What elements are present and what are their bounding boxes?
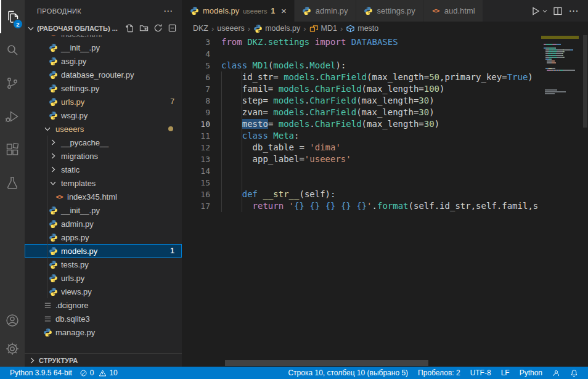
tree-item-views-py[interactable]: views.py <box>25 285 182 298</box>
new-file-icon[interactable] <box>125 23 134 34</box>
breadcrumb-item-mesto[interactable]: mesto <box>346 24 378 33</box>
code-line-3[interactable]: 3from DKZ.settings import DATABASES <box>182 36 541 48</box>
line-number: 14 <box>182 165 210 177</box>
status-feedback[interactable] <box>549 367 564 379</box>
code-line-13[interactable]: 13 app_label='useeers' <box>182 153 541 165</box>
code-line-8[interactable]: 8 step= models.CharField(max_length=30) <box>182 95 541 107</box>
breadcrumb-item-useeers[interactable]: useeers <box>217 24 244 33</box>
tree-item-init-py[interactable]: __init__.py <box>25 203 182 217</box>
tree-item-migrations[interactable]: migrations <box>25 149 182 163</box>
tree-item-label: manage.py <box>55 328 95 337</box>
editor[interactable]: 3from DKZ.settings import DATABASES45cla… <box>182 35 588 367</box>
tree-item-db-sqlite3[interactable]: db.sqlite3 <box>25 312 182 325</box>
run-file-icon[interactable] <box>529 4 542 18</box>
activity-item-source-control[interactable] <box>0 67 25 100</box>
refresh-icon[interactable] <box>153 23 163 34</box>
code-line-7[interactable]: 7 famil= models.CharField(max_length=100… <box>182 83 541 95</box>
tree-item-tests-py[interactable]: tests.py <box>25 258 182 271</box>
breadcrumb-label: useeers <box>217 24 244 33</box>
account-icon <box>5 313 20 328</box>
code-line-17[interactable]: 17 return '{} {} {} {} {}'.format(self.i… <box>182 200 541 212</box>
tree-item-admin-py[interactable]: admin.py <box>25 217 182 230</box>
breadcrumb-item-md1[interactable]: MD1 <box>309 24 337 33</box>
tree-item-static[interactable]: static <box>25 163 182 176</box>
tree-item-urls-py[interactable]: urls.py7 <box>25 95 182 108</box>
code-line-12[interactable]: 12 db_table = 'dima' <box>182 142 541 153</box>
activity-item-extensions[interactable] <box>0 133 25 166</box>
status-notifications[interactable] <box>566 367 582 379</box>
tree-item-models-py[interactable]: models.py1 <box>25 244 182 258</box>
tab-settings-py[interactable]: settings.py <box>356 0 423 22</box>
tree-item-index345-html[interactable]: <>index345.html <box>25 190 182 203</box>
tree-item-settings-py[interactable]: settings.py <box>25 81 182 95</box>
tree-item-pycache[interactable]: __pycache__ <box>25 136 182 149</box>
code-line-14[interactable]: 14 <box>182 165 541 177</box>
code-line-16[interactable]: 16 def __str__(self): <box>182 189 541 200</box>
run-dropdown-icon[interactable] <box>541 4 549 18</box>
code-line-11[interactable]: 11 class Meta: <box>182 130 541 142</box>
tree-item-init-py[interactable]: __init__.py <box>25 41 182 54</box>
tree-item-wsgi-py[interactable]: wsgi.py <box>25 108 182 122</box>
tree-item-useeers[interactable]: useeers <box>25 122 182 136</box>
tree-item-database-roouter-py[interactable]: database_roouter.py <box>25 68 182 81</box>
activity-item-testing[interactable] <box>0 166 25 200</box>
activity-item-accounts[interactable] <box>0 306 25 335</box>
tree-item-label: index2.html <box>61 35 102 39</box>
tree-item-asgi-py[interactable]: asgi.py <box>25 54 182 68</box>
activity-item-run-debug[interactable] <box>0 100 25 133</box>
file-tree: <>index2.html__init__.pyasgi.pydatabase_… <box>25 35 182 353</box>
status-cursor-position[interactable]: Строка 10, столбец 10 (выбрано 5) <box>284 367 412 379</box>
status-python-interpreter[interactable]: Python 3.9.5 64-bit <box>6 367 76 379</box>
code-line-15[interactable]: 15 <box>182 177 541 189</box>
tab-aud-html[interactable]: <>aud.html <box>423 0 483 22</box>
activity-item-explorer[interactable]: 2 <box>0 0 25 33</box>
code-line-5[interactable]: 5class MD1(models.Model): <box>182 60 541 71</box>
minimap-line <box>547 60 555 62</box>
tab-description: useeers <box>243 7 267 15</box>
python-file-icon <box>48 287 58 296</box>
status-language-mode[interactable]: Python <box>516 367 546 379</box>
workspace-section-header[interactable]: (РАБОЧАЯ ОБЛАСТЬ) ... <box>25 22 182 35</box>
breadcrumb-item-dkz[interactable]: DKZ <box>193 24 208 33</box>
tree-item-templates[interactable]: templates <box>25 176 182 190</box>
line-text: zvan= models.CharField(max_length=30) <box>210 107 435 118</box>
close-icon[interactable]: × <box>281 6 287 15</box>
horizontal-scrollbar[interactable] <box>225 360 428 366</box>
tree-item-dcignore[interactable]: .dcignore <box>25 298 182 312</box>
collapse-all-icon[interactable] <box>168 23 177 34</box>
explorer-more-actions-icon[interactable]: ⋯ <box>163 6 173 17</box>
tree-item-manage-py[interactable]: manage.py <box>25 325 182 339</box>
vertical-scrollbar[interactable] <box>582 35 588 367</box>
status-eol[interactable]: LF <box>497 367 513 379</box>
tab-admin-py[interactable]: admin.py <box>295 0 356 22</box>
split-editor-icon[interactable] <box>551 4 565 18</box>
status-indentation[interactable]: Пробелов: 2 <box>414 367 464 379</box>
more-actions-icon[interactable]: ⋯ <box>567 4 581 18</box>
breadcrumb-item-models-py[interactable]: models.py <box>253 24 300 33</box>
tree-item-apps-py[interactable]: apps.py <box>25 230 182 244</box>
code-line-9[interactable]: 9 zvan= models.CharField(max_length=30) <box>182 107 541 118</box>
new-folder-icon[interactable] <box>139 23 149 34</box>
code-line-4[interactable]: 4 <box>182 48 541 60</box>
line-number: 6 <box>182 71 210 83</box>
minimap-line <box>545 59 552 60</box>
code-line-10[interactable]: 10 mesto= models.CharField(max_length=30… <box>182 118 541 130</box>
selected-word: mesto <box>242 119 268 129</box>
tree-item-label: admin.py <box>61 219 94 229</box>
tab-label: admin.py <box>316 6 348 15</box>
line-number: 12 <box>182 142 210 153</box>
tree-item-index2-html[interactable]: <>index2.html <box>25 35 182 41</box>
outline-section-header[interactable]: СТРУКТУРА <box>25 353 182 367</box>
activity-item-manage[interactable] <box>0 335 25 363</box>
tree-item-urls-py[interactable]: urls.py <box>25 271 182 285</box>
python-file-icon <box>364 6 374 16</box>
tab-models-py[interactable]: models.pyuseeers1× <box>182 0 295 22</box>
activity-item-search[interactable] <box>0 33 25 67</box>
python-file-icon <box>48 56 58 66</box>
python-file-icon <box>48 273 58 283</box>
status-problems[interactable]: 010 <box>76 367 121 379</box>
minimap[interactable] <box>541 35 582 367</box>
breadcrumb-label: DKZ <box>193 24 208 33</box>
code-line-6[interactable]: 6 id_str= models.CharField(max_length=50… <box>182 71 541 83</box>
status-encoding[interactable]: UTF-8 <box>467 367 495 379</box>
